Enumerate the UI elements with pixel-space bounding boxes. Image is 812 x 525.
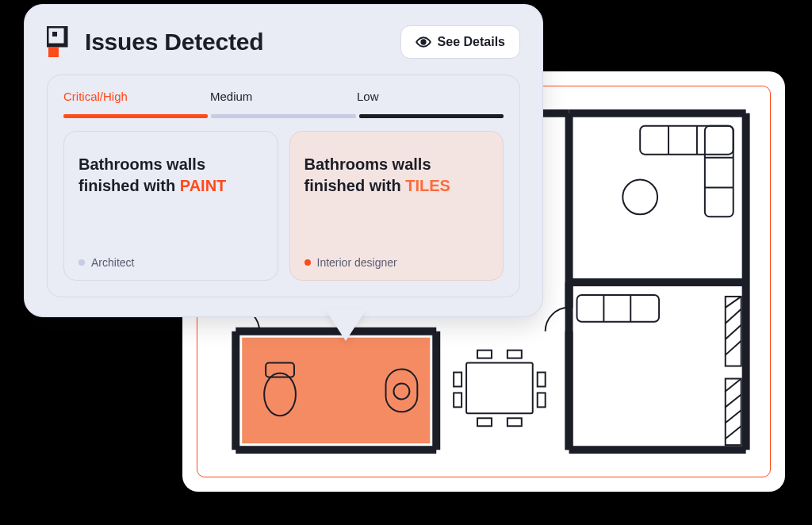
card-pointer-tail: [325, 309, 366, 341]
svg-rect-31: [454, 393, 462, 407]
svg-rect-27: [508, 351, 522, 358]
see-details-button[interactable]: See Details: [400, 25, 520, 59]
issue-card-interior[interactable]: Bathrooms walls finished with TILES Inte…: [289, 131, 504, 281]
card-title: Issues Detected: [85, 29, 263, 56]
svg-rect-30: [454, 373, 462, 387]
severity-bar-critical: [63, 114, 208, 118]
app-logo-icon: [47, 26, 74, 58]
svg-line-18: [726, 410, 741, 423]
issue-text: Bathrooms walls finished with TILES: [304, 154, 489, 197]
svg-line-17: [726, 394, 741, 407]
see-details-label: See Details: [438, 35, 505, 49]
svg-rect-26: [477, 351, 492, 358]
severity-bar: [63, 114, 504, 118]
severity-critical-label: Critical/High: [63, 90, 210, 108]
svg-line-14: [726, 341, 741, 355]
issues-card: Issues Detected See Details Critical/Hig…: [24, 4, 543, 317]
severity-bar-low: [359, 114, 504, 118]
svg-rect-35: [52, 32, 57, 36]
issue-card-architect[interactable]: Bathrooms walls finished with PAINT Arch…: [63, 131, 278, 281]
svg-rect-20: [242, 338, 430, 443]
svg-rect-1: [705, 126, 733, 217]
issue-highlight: TILES: [405, 177, 450, 194]
svg-rect-36: [48, 47, 59, 57]
issue-role: Architect: [79, 256, 263, 269]
role-dot-icon: [304, 259, 311, 266]
role-dot-icon: [79, 259, 85, 266]
role-label: Architect: [91, 256, 134, 269]
severity-panel: Critical/High Medium Low Bathrooms walls…: [47, 75, 520, 297]
issue-role: Interior designer: [304, 256, 489, 269]
svg-line-16: [726, 379, 741, 392]
severity-low-label: Low: [357, 90, 504, 108]
svg-line-11: [726, 297, 741, 308]
svg-rect-25: [466, 363, 533, 414]
svg-rect-29: [508, 418, 522, 426]
issue-highlight: PAINT: [180, 177, 227, 194]
svg-rect-0: [640, 126, 733, 155]
svg-rect-7: [577, 295, 660, 322]
svg-line-19: [726, 426, 741, 439]
severity-medium-label: Medium: [210, 90, 357, 108]
severity-labels: Critical/High Medium Low: [63, 90, 504, 108]
role-label: Interior designer: [317, 256, 397, 269]
card-header: Issues Detected See Details: [47, 25, 520, 59]
svg-rect-32: [538, 373, 546, 387]
svg-line-12: [726, 309, 741, 324]
svg-rect-33: [538, 393, 546, 407]
svg-line-13: [726, 325, 741, 339]
severity-bar-medium: [211, 114, 355, 118]
svg-rect-28: [477, 418, 492, 426]
issue-cards: Bathrooms walls finished with PAINT Arch…: [63, 131, 504, 281]
svg-point-37: [421, 40, 425, 44]
svg-point-6: [622, 180, 657, 215]
issue-text: Bathrooms walls finished with PAINT: [79, 154, 263, 197]
eye-icon: [416, 34, 431, 50]
